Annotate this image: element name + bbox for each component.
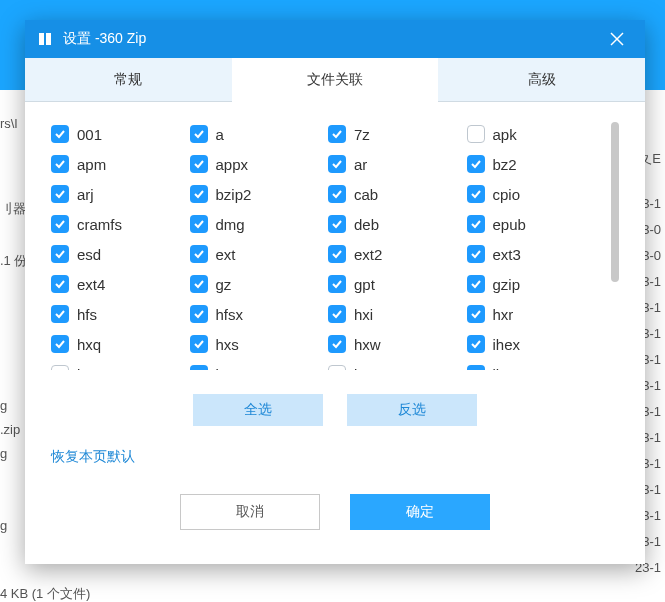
checkbox-checked-icon	[467, 245, 485, 263]
ext-checkbox-ext4[interactable]: ext4	[51, 272, 186, 296]
ext-checkbox-cab[interactable]: cab	[328, 182, 463, 206]
checkbox-checked-icon	[467, 305, 485, 323]
checkbox-checked-icon	[328, 275, 346, 293]
ext-checkbox-bzip2[interactable]: bzip2	[190, 182, 325, 206]
ext-checkbox-bz2[interactable]: bz2	[467, 152, 602, 176]
svg-rect-0	[39, 33, 44, 45]
ok-button[interactable]: 确定	[350, 494, 490, 530]
checkbox-checked-icon	[190, 275, 208, 293]
bg-copies: .1 份	[0, 252, 27, 270]
checkbox-checked-icon	[51, 155, 69, 173]
ext-checkbox-gpt[interactable]: gpt	[328, 272, 463, 296]
ext-label: gzip	[493, 276, 521, 293]
ext-label: appx	[216, 156, 249, 173]
scrollbar[interactable]	[611, 122, 619, 370]
app-icon	[37, 30, 55, 48]
bg-status: 4 KB (1 个文件)	[0, 585, 90, 602]
ext-checkbox-ext[interactable]: ext	[190, 242, 325, 266]
ext-checkbox-appx[interactable]: appx	[190, 152, 325, 176]
ext-label: apm	[77, 156, 106, 173]
checkbox-checked-icon	[51, 215, 69, 233]
checkbox-checked-icon	[328, 185, 346, 203]
ext-checkbox-esd[interactable]: esd	[51, 242, 186, 266]
checkbox-checked-icon	[467, 275, 485, 293]
ext-checkbox-ihex[interactable]: ihex	[467, 332, 602, 356]
bg-path: rs\l	[0, 116, 17, 131]
ext-checkbox-ext2[interactable]: ext2	[328, 242, 463, 266]
ext-checkbox-lha[interactable]: lha	[467, 362, 602, 370]
ext-label: lha	[493, 366, 513, 371]
ext-checkbox-gz[interactable]: gz	[190, 272, 325, 296]
restore-defaults-link[interactable]: 恢复本页默认	[51, 448, 619, 466]
ext-checkbox-arj[interactable]: arj	[51, 182, 186, 206]
ext-checkbox-apk[interactable]: apk	[467, 122, 602, 146]
ext-label: ext2	[354, 246, 382, 263]
ext-checkbox-001[interactable]: 001	[51, 122, 186, 146]
ext-checkbox-7z[interactable]: 7z	[328, 122, 463, 146]
checkbox-checked-icon	[328, 245, 346, 263]
checkbox-checked-icon	[328, 125, 346, 143]
checkbox-checked-icon	[51, 125, 69, 143]
checkbox-unchecked-icon	[467, 125, 485, 143]
ext-label: a	[216, 126, 224, 143]
checkbox-checked-icon	[51, 245, 69, 263]
ext-label: ihex	[493, 336, 521, 353]
checkbox-checked-icon	[328, 155, 346, 173]
ext-checkbox-cramfs[interactable]: cramfs	[51, 212, 186, 236]
ext-checkbox-gzip[interactable]: gzip	[467, 272, 602, 296]
checkbox-checked-icon	[190, 335, 208, 353]
tab-2[interactable]: 高级	[438, 58, 645, 102]
ext-checkbox-hxs[interactable]: hxs	[190, 332, 325, 356]
close-button[interactable]	[599, 21, 635, 57]
checkbox-checked-icon	[51, 335, 69, 353]
checkbox-checked-icon	[190, 245, 208, 263]
checkbox-checked-icon	[467, 335, 485, 353]
ext-label: 7z	[354, 126, 370, 143]
ext-label: iso	[354, 366, 373, 371]
window-title: 设置 -360 Zip	[63, 30, 599, 48]
titlebar: 设置 -360 Zip	[25, 20, 645, 58]
ext-checkbox-deb[interactable]: deb	[328, 212, 463, 236]
select-all-button[interactable]: 全选	[193, 394, 323, 426]
ext-checkbox-apm[interactable]: apm	[51, 152, 186, 176]
checkbox-checked-icon	[467, 185, 485, 203]
ext-checkbox-ar[interactable]: ar	[328, 152, 463, 176]
tab-0[interactable]: 常规	[25, 58, 232, 102]
bg-g1: g	[0, 398, 7, 413]
ext-label: hxw	[354, 336, 381, 353]
extension-grid: 001a7zapkapmappxarbz2arjbzip2cabcpiocram…	[51, 122, 601, 370]
scrollbar-thumb[interactable]	[611, 122, 619, 282]
ext-checkbox-hxw[interactable]: hxw	[328, 332, 463, 356]
ext-label: hfsx	[216, 306, 244, 323]
ext-checkbox-cpio[interactable]: cpio	[467, 182, 602, 206]
cancel-button[interactable]: 取消	[180, 494, 320, 530]
dialog-buttons: 取消 确定	[51, 494, 619, 530]
ext-checkbox-hxi[interactable]: hxi	[328, 302, 463, 326]
checkbox-checked-icon	[190, 305, 208, 323]
checkbox-checked-icon	[190, 365, 208, 370]
checkbox-checked-icon	[190, 155, 208, 173]
ext-checkbox-hfsx[interactable]: hfsx	[190, 302, 325, 326]
ext-label: gpt	[354, 276, 375, 293]
ext-label: hxq	[77, 336, 101, 353]
ext-checkbox-img[interactable]: img	[51, 362, 186, 370]
checkbox-checked-icon	[190, 185, 208, 203]
tabs: 常规文件关联高级	[25, 58, 645, 102]
bg-g2: g	[0, 446, 7, 461]
ext-checkbox-hfs[interactable]: hfs	[51, 302, 186, 326]
ext-label: cpio	[493, 186, 521, 203]
ext-checkbox-ext3[interactable]: ext3	[467, 242, 602, 266]
ext-checkbox-iso[interactable]: iso	[328, 362, 463, 370]
ext-checkbox-ipa[interactable]: ipa	[190, 362, 325, 370]
ext-checkbox-hxq[interactable]: hxq	[51, 332, 186, 356]
ext-label: esd	[77, 246, 101, 263]
ext-checkbox-epub[interactable]: epub	[467, 212, 602, 236]
ext-checkbox-dmg[interactable]: dmg	[190, 212, 325, 236]
tab-1[interactable]: 文件关联	[232, 58, 439, 102]
checkbox-unchecked-icon	[51, 365, 69, 370]
checkbox-checked-icon	[467, 365, 485, 370]
ext-checkbox-hxr[interactable]: hxr	[467, 302, 602, 326]
invert-selection-button[interactable]: 反选	[347, 394, 477, 426]
checkbox-checked-icon	[328, 335, 346, 353]
ext-checkbox-a[interactable]: a	[190, 122, 325, 146]
